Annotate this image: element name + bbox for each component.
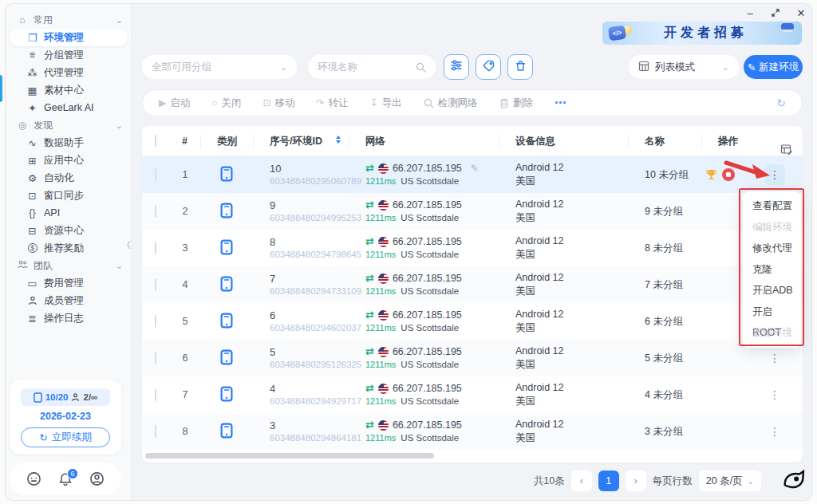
serial-number: 3 [270, 419, 349, 432]
minimize-button[interactable]: – [744, 7, 756, 19]
env-name: 8 未分组 [629, 242, 702, 255]
context-menu-item-开启ADB[interactable]: 开启ADB [743, 280, 801, 301]
network-transfer-icon: ⇄ [365, 419, 374, 431]
close-button[interactable]: ✕ [795, 7, 807, 19]
refresh-icon[interactable]: ↻ [776, 96, 786, 109]
horizontal-scrollbar[interactable] [145, 453, 434, 459]
create-environment-button[interactable]: ✎ 新建环境 [744, 55, 803, 79]
select-all-checkbox[interactable] [155, 135, 156, 148]
promo-banner[interactable]: </> 开发者招募 [602, 22, 802, 45]
edge-accent [0, 75, 2, 102]
filter-sliders-button[interactable] [444, 54, 469, 80]
account-icon[interactable] [89, 471, 105, 486]
bulk-actions-toolbar: ▶启动○关闭⊡移动↷转让↧导出检测网络删除⋯↻ [142, 89, 803, 116]
context-menu-item-删除环境: 删除环境 [743, 322, 801, 344]
maximize-button[interactable] [769, 8, 782, 18]
sidebar-item-成员管理[interactable]: 成员管理 [10, 292, 128, 309]
sidebar-section-header[interactable]: 团队⌄ [10, 257, 128, 274]
row-checkbox[interactable] [155, 388, 156, 401]
toolbar-action-检测网络[interactable]: 检测网络 [424, 96, 478, 110]
group-filter-dropdown[interactable]: 全部可用分组 ⌄ [142, 55, 297, 79]
view-mode-dropdown[interactable]: 列表模式 ⌄ [629, 55, 739, 79]
toolbar-action-导出[interactable]: ↧导出 [370, 96, 402, 110]
context-menu-item-克隆[interactable]: 克隆 [743, 259, 801, 281]
toolbar-action-启动[interactable]: ▶启动 [159, 96, 190, 110]
context-menu-item-修改代理[interactable]: 修改代理 [743, 238, 801, 259]
row-more-button[interactable]: ⋮ [764, 421, 785, 442]
device-region: 美国 [515, 431, 629, 445]
sidebar-item-推荐奖励[interactable]: $推荐奖励 [10, 239, 128, 257]
support-icon[interactable] [26, 471, 41, 486]
sidebar-item-label: 应用中心 [44, 154, 84, 167]
sidebar-item-资源中心[interactable]: ⊟资源中心 [10, 222, 128, 239]
network-transfer-icon: ⇄ [365, 199, 374, 211]
row-index: 6 [169, 352, 201, 364]
sidebar-item-环境管理[interactable]: ❒环境管理 [10, 29, 128, 46]
env-id: 603488480294602037 [270, 322, 349, 334]
row-checkbox[interactable] [155, 242, 156, 254]
sidebar-item-API[interactable]: {}API [10, 204, 128, 222]
header-index: # [169, 135, 201, 148]
sidebar-section-header[interactable]: ◎发现⌄ [10, 116, 128, 134]
row-more-button[interactable]: ⋮ [764, 384, 785, 405]
notifications-bell-icon[interactable]: 6 [58, 472, 73, 486]
per-page-dropdown[interactable]: 20 条/页 ⌄ [699, 471, 761, 491]
prev-page-button[interactable]: ‹ [571, 471, 592, 491]
sidebar-collapse-icon[interactable]: 《 [122, 239, 131, 251]
context-menu-item-查看配置[interactable]: 查看配置 [743, 195, 801, 217]
sort-icon[interactable] [336, 136, 341, 144]
us-flag-icon [378, 163, 389, 174]
renew-button[interactable]: ↻ 立即续期 [21, 427, 110, 447]
proxy-location: US Scottsdale [401, 285, 459, 297]
table-row[interactable]: 5 6 603488480294602037 ⇄ 66.207.185.195 … [142, 303, 803, 340]
header-device: 设备信息 [499, 135, 629, 148]
recycle-bin-button[interactable] [507, 54, 533, 80]
table-row[interactable]: 6 5 603488480295126325 ⇄ 66.207.185.195 … [142, 340, 803, 376]
sidebar-item-应用中心[interactable]: ⊞应用中心 [10, 152, 128, 169]
table-row[interactable]: 4 7 603488480294733109 ⇄ 66.207.185.195 … [142, 266, 803, 303]
row-checkbox[interactable] [155, 352, 156, 364]
context-menu-item-开启ROOT[interactable]: 开启ROOT [743, 301, 801, 323]
row-checkbox[interactable] [155, 425, 156, 438]
sidebar-section-header[interactable]: ⌂常用⌄ [10, 11, 128, 29]
sidebar-item-窗口同步[interactable]: ⊡窗口同步 [10, 187, 128, 204]
toolbar-action-关闭[interactable]: ○关闭 [211, 96, 241, 110]
env-id: 603488480294798645 [270, 249, 349, 261]
sidebar-item-费用管理[interactable]: ▭费用管理 [10, 274, 128, 292]
table-row[interactable]: 2 9 603488480294995253 ⇄ 66.207.185.195 … [142, 193, 803, 230]
sidebar-item-分组管理[interactable]: ≡分组管理 [10, 46, 128, 64]
table-row[interactable]: 8 3 603488480294864181 ⇄ 66.207.185.195 … [142, 413, 803, 450]
next-page-button[interactable]: › [626, 471, 646, 491]
sidebar-item-代理管理[interactable]: ⁂代理管理 [10, 64, 128, 81]
row-checkbox[interactable] [155, 278, 156, 291]
device-os: Android 12 [515, 161, 629, 175]
sidebar-item-GeeLark AI[interactable]: ✦GeeLark AI [10, 99, 128, 116]
edit-ip-icon[interactable]: ✎ [471, 162, 479, 175]
row-more-button[interactable]: ⋮ [764, 164, 785, 185]
sidebar-item-操作日志[interactable]: ≣操作日志 [10, 309, 128, 327]
toolbar-more-button[interactable]: ⋯ [555, 96, 567, 110]
toolbar-action-转让[interactable]: ↷转让 [317, 96, 349, 110]
toolbar-action-移动[interactable]: ⊡移动 [262, 96, 294, 110]
phone-icon [220, 313, 233, 329]
row-more-button[interactable]: ⋮ [764, 348, 785, 368]
sidebar-item-数据助手[interactable]: ∿数据助手 [10, 134, 128, 152]
header-serial: 序号/环境ID [254, 135, 349, 148]
row-checkbox[interactable] [155, 315, 156, 328]
table-row[interactable]: 1 10 603488480295060789 ⇄ 66.207.185.195… [142, 156, 803, 193]
toolbar-action-删除[interactable]: 删除 [499, 96, 533, 110]
table-row[interactable]: 7 4 603488480294929717 ⇄ 66.207.185.195 … [142, 376, 803, 413]
sidebar-item-素材中心[interactable]: ▦素材中心 [10, 81, 128, 99]
row-checkbox[interactable] [155, 205, 156, 218]
search-input[interactable]: 环境名称 [308, 55, 436, 79]
table-row[interactable]: 3 8 603488480294798645 ⇄ 66.207.185.195 … [142, 230, 803, 266]
sidebar-item-自动化[interactable]: ⚙自动化 [10, 169, 128, 187]
tag-button[interactable] [476, 54, 501, 80]
row-checkbox[interactable] [155, 168, 156, 181]
group-manage-icon: ≡ [26, 49, 39, 61]
stop-icon[interactable] [722, 168, 735, 181]
edit-icon: ✎ [748, 61, 756, 73]
current-page[interactable]: 1 [598, 471, 619, 491]
env-id: 603488480295126325 [270, 359, 349, 371]
reward-icon: $ [26, 243, 39, 253]
